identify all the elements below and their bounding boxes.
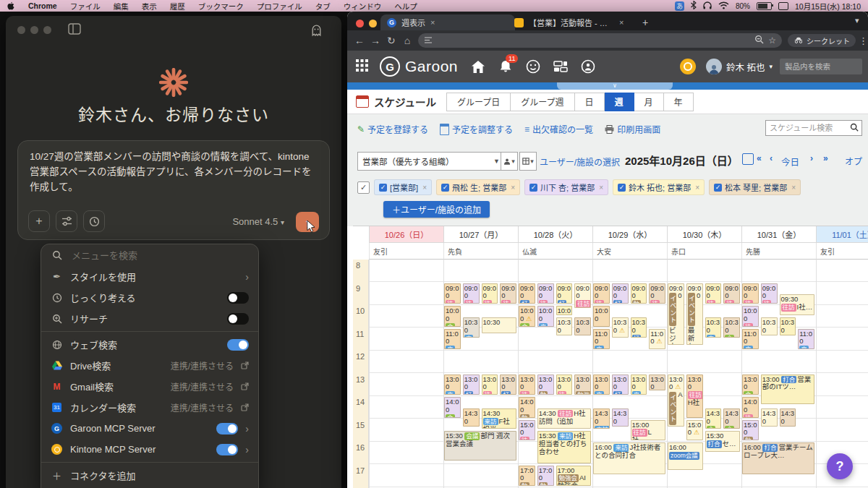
calendar-event[interactable]: 16:00 来訪J社技術者との合同打合	[593, 442, 665, 474]
window-controls[interactable]	[17, 24, 56, 37]
calendar-event[interactable]: 10:30	[482, 317, 517, 333]
calendar-event[interactable]: 10:00 往	[742, 306, 759, 327]
calendar-event[interactable]: 10:00 ⚠	[556, 306, 573, 315]
menu-item-6[interactable]: MGmail検索連携/連携させる	[41, 376, 258, 397]
header-collapse-handle[interactable]: ∨	[557, 82, 673, 90]
remove-icon[interactable]: ×	[422, 184, 427, 192]
menu-item-0[interactable]: ✒スタイルを使用›	[41, 266, 258, 287]
calendar-event[interactable]: 10:30 来	[761, 317, 778, 335]
menu-item-8[interactable]: GGaroon MCP Server›	[41, 418, 258, 439]
help-button[interactable]: ?	[827, 453, 853, 479]
date-picker-icon[interactable]	[742, 153, 754, 165]
options-link[interactable]: オプ	[845, 155, 862, 167]
bluetooth-icon[interactable]	[691, 1, 697, 11]
connect-link[interactable]: 連携/連携させる	[171, 380, 234, 393]
calendar-event[interactable]: 13:00	[649, 374, 665, 390]
checkbox-checked-icon[interactable]: ✓	[618, 184, 626, 192]
reload-icon[interactable]: ↻	[383, 35, 399, 46]
menu-item-1[interactable]: じっくり考える	[41, 287, 258, 308]
calendar-event[interactable]: 11:00 来	[798, 329, 814, 350]
view-tab-グループ週[interactable]: グループ週	[511, 93, 574, 111]
calendar-event[interactable]: 09:00 往	[723, 283, 740, 304]
calendar-event[interactable]: 10:30 打	[631, 317, 647, 338]
calendar-event[interactable]: 11:00 ⚠	[649, 329, 665, 350]
view-tab-月[interactable]: 月	[634, 93, 664, 111]
remove-icon[interactable]: ×	[791, 184, 796, 192]
calendar-event[interactable]: 16:00 打合営業チームロープレ大…	[742, 442, 814, 474]
member-chip-4[interactable]: ✓松本 琴里; 営業部×	[709, 179, 801, 195]
home-icon[interactable]: ⌂	[399, 35, 415, 46]
apple-icon[interactable]	[0, 1, 22, 10]
select-all-checkbox[interactable]: ✓	[357, 181, 370, 194]
menu-bar-item-8[interactable]: ウィンドウ	[337, 1, 388, 12]
input-method-icon[interactable]: あ	[675, 1, 684, 11]
toggle[interactable]	[227, 313, 249, 325]
bookmark-star-icon[interactable]: ☆	[768, 35, 776, 46]
checkbox-checked-icon[interactable]: ✓	[529, 184, 537, 192]
prev-week-icon[interactable]: «	[757, 153, 762, 163]
zoom-icon[interactable]	[754, 34, 764, 47]
calendar-event[interactable]: 09:00 往	[500, 283, 516, 304]
calendar-event[interactable]: 13:00 打	[500, 374, 516, 395]
calendar-event[interactable]: 13:00 打	[463, 374, 480, 395]
search-icon[interactable]	[847, 121, 861, 134]
calendar-event[interactable]: 14:30 来訪	[593, 408, 610, 429]
calendar-event[interactable]: 13:00 勉強会	[574, 374, 591, 395]
calendar-event[interactable]: 09:00 往	[463, 283, 480, 304]
calendar-event[interactable]: 11:00 来	[742, 329, 759, 350]
menu-search-input[interactable]	[70, 249, 218, 262]
calendar-event[interactable]: 15:00 ⚠	[686, 420, 703, 441]
connect-link[interactable]: 連携/連携させる	[171, 359, 234, 372]
address-bar[interactable]: ☆	[418, 33, 782, 48]
calendar-event[interactable]: 10:30 来	[556, 317, 573, 335]
app-launcher-icon[interactable]	[356, 59, 368, 74]
schedule-search[interactable]	[765, 120, 862, 136]
tools-sliders-button[interactable]	[56, 210, 77, 232]
calendar-event[interactable]: 15:30 打合セ…	[705, 431, 741, 452]
calendar-event[interactable]: 10:30 来	[463, 317, 480, 338]
calendar-event[interactable]: 14:00 勉	[519, 397, 535, 418]
menu-bar-item-4[interactable]: 履歴	[163, 1, 192, 12]
tab-activity-report[interactable]: 【営業】活動報告 - レコードの… ×	[508, 14, 644, 30]
menu-item-11[interactable]: ＋コネクタを追加	[41, 465, 258, 486]
day-header-5[interactable]: 10/31（金）	[741, 226, 816, 243]
close-icon[interactable]: ×	[619, 18, 624, 27]
calendar-event[interactable]: 14:30 会	[723, 408, 740, 429]
calendar-event[interactable]: 13:00 来	[444, 374, 461, 395]
calendar-event[interactable]: 14:00 会	[444, 397, 461, 418]
attach-plus-button[interactable]: +	[28, 210, 50, 232]
menu-item-9[interactable]: Kintone MCP Server›	[41, 439, 258, 460]
week-calendar[interactable]: 10/26（日）友引10/27（月）先負10/28（火）仏滅10/29（水）大安…	[353, 226, 868, 488]
calendar-event[interactable]: 11:00 来	[444, 329, 461, 350]
member-chip-2[interactable]: ✓川下 杏; 営業部×	[524, 179, 608, 195]
product-search-input[interactable]	[780, 59, 862, 74]
chrome-menu-icon[interactable]: ⋮	[859, 35, 868, 46]
calendar-event[interactable]: 10:00	[593, 306, 610, 327]
tab-week-view[interactable]: G 週表示 ×	[380, 14, 515, 30]
calendar-event[interactable]: 14:30 会	[705, 408, 722, 429]
claude-composer[interactable]: 10/27週の営業部メンバーの訪問や商談の情報を調べて、kintone営業部スペ…	[17, 140, 330, 240]
calendar-event[interactable]: 13:00 会	[742, 374, 759, 395]
site-settings-icon[interactable]	[424, 34, 433, 47]
calendar-event[interactable]: 13:00 打合営業部のITツ…	[761, 374, 814, 404]
calendar-event[interactable]: 09:00 往訪F社来訪	[574, 283, 591, 309]
today-link[interactable]: 今日	[781, 155, 799, 168]
toggle[interactable]	[216, 444, 238, 455]
menu-bar-item-5[interactable]: ブックマーク	[192, 1, 250, 12]
calendar-event[interactable]: 10:00 会	[444, 306, 461, 327]
tab-list-chevron-icon[interactable]: ▾	[855, 16, 859, 25]
view-tab-日[interactable]: 日	[575, 93, 605, 111]
calendar-event[interactable]: 15:30 会議部門 週次営業会議	[444, 431, 516, 461]
menu-bar-item-2[interactable]: 編集	[107, 1, 135, 12]
calendar-event[interactable]: 10:00 来	[537, 306, 554, 327]
calendar-event[interactable]: 09:00 打	[556, 283, 573, 304]
new-tab-button[interactable]: +	[642, 17, 648, 28]
action-attendance[interactable]: ≡出欠確認の一覧	[524, 123, 593, 135]
day-header-1[interactable]: 10/27（月）	[443, 226, 518, 243]
checkbox-checked-icon[interactable]: ✓	[441, 184, 449, 192]
calendar-event[interactable]: 13:00 ⚠イベントAI・	[668, 374, 684, 427]
calendar-event[interactable]: 09:00 打	[612, 283, 629, 304]
forward-icon[interactable]: →	[367, 35, 383, 46]
menu-bar-item-0[interactable]: Chrome	[22, 1, 64, 10]
calendar-event[interactable]: 14:00 往	[742, 397, 759, 418]
